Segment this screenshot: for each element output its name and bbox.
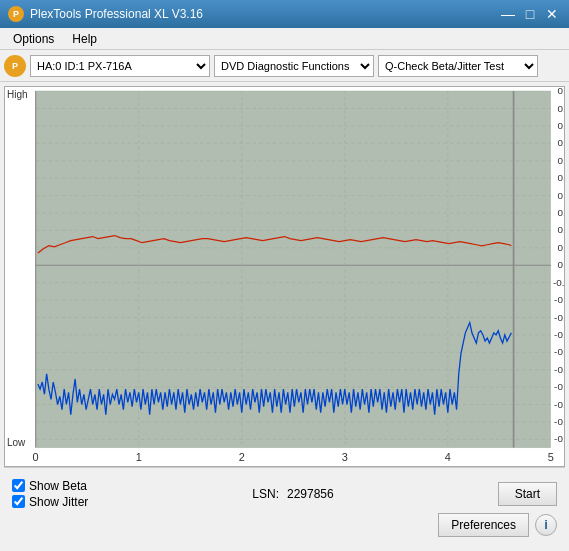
svg-text:-0.35: -0.35: [554, 382, 564, 393]
svg-text:0.05: 0.05: [557, 242, 564, 253]
svg-text:4: 4: [445, 451, 451, 463]
show-beta-label[interactable]: Show Beta: [29, 479, 87, 493]
title-controls: — □ ✕: [499, 5, 561, 23]
svg-text:-0.15: -0.15: [554, 312, 564, 323]
minimize-button[interactable]: —: [499, 5, 517, 23]
svg-text:-0.45: -0.45: [554, 416, 564, 427]
svg-text:0: 0: [557, 260, 562, 271]
app-icon: P: [8, 6, 24, 22]
lsn-value: 2297856: [287, 487, 334, 501]
svg-text:0.4: 0.4: [557, 120, 564, 131]
svg-text:-0.3: -0.3: [554, 364, 564, 375]
svg-text:-0.05: -0.05: [553, 277, 564, 288]
bottom-row2: Preferences i: [12, 513, 557, 537]
chart-container: High Low: [4, 86, 565, 467]
svg-text:1: 1: [136, 451, 142, 463]
chart-svg: 0 1 2 3 4 5 0.5 0.45 0.4 0.35 0.3 0.25 0…: [5, 87, 564, 466]
svg-text:-0.25: -0.25: [554, 347, 564, 358]
svg-text:-0.1: -0.1: [554, 294, 564, 305]
toolbar-app-icon[interactable]: P: [4, 55, 26, 77]
bottom-toolbar: Show Beta Show Jitter LSN: 2297856 Start…: [4, 467, 565, 547]
bottom-right-area: Preferences i: [438, 513, 557, 537]
svg-text:-0.4: -0.4: [554, 399, 564, 410]
svg-text:0.3: 0.3: [557, 155, 564, 166]
title-text: PlexTools Professional XL V3.16: [30, 7, 203, 21]
title-bar-left: P PlexTools Professional XL V3.16: [8, 6, 203, 22]
svg-text:-0.5: -0.5: [554, 434, 564, 445]
svg-text:0.15: 0.15: [557, 207, 564, 218]
svg-text:0: 0: [33, 451, 39, 463]
svg-text:0.45: 0.45: [557, 103, 564, 114]
title-bar: P PlexTools Professional XL V3.16 — □ ✕: [0, 0, 569, 28]
toolbar: P HA:0 ID:1 PX-716A DVD Diagnostic Funct…: [0, 50, 569, 82]
svg-text:0.2: 0.2: [557, 190, 564, 201]
lsn-label: LSN:: [252, 487, 279, 501]
bottom-row1: Show Beta Show Jitter LSN: 2297856 Start: [12, 479, 557, 509]
svg-text:-0.2: -0.2: [554, 329, 564, 340]
lsn-area: LSN: 2297856: [252, 487, 333, 501]
show-beta-checkbox[interactable]: [12, 479, 25, 492]
svg-text:0.35: 0.35: [557, 138, 564, 149]
show-jitter-checkbox[interactable]: [12, 495, 25, 508]
menu-item-help[interactable]: Help: [63, 29, 106, 49]
svg-text:3: 3: [342, 451, 348, 463]
svg-text:5: 5: [548, 451, 554, 463]
main-content: High Low: [0, 82, 569, 551]
svg-text:0.25: 0.25: [557, 173, 564, 184]
function-select[interactable]: DVD Diagnostic Functions: [214, 55, 374, 77]
close-button[interactable]: ✕: [543, 5, 561, 23]
svg-text:0.1: 0.1: [557, 225, 564, 236]
svg-text:0.5: 0.5: [557, 87, 564, 96]
show-jitter-row: Show Jitter: [12, 495, 88, 509]
checkboxes-area: Show Beta Show Jitter: [12, 479, 88, 509]
drive-select[interactable]: HA:0 ID:1 PX-716A: [30, 55, 210, 77]
maximize-button[interactable]: □: [521, 5, 539, 23]
start-button[interactable]: Start: [498, 482, 557, 506]
svg-text:2: 2: [239, 451, 245, 463]
info-button[interactable]: i: [535, 514, 557, 536]
show-jitter-label[interactable]: Show Jitter: [29, 495, 88, 509]
menu-item-options[interactable]: Options: [4, 29, 63, 49]
menu-bar: Options Help: [0, 28, 569, 50]
test-select[interactable]: Q-Check Beta/Jitter Test: [378, 55, 538, 77]
show-beta-row: Show Beta: [12, 479, 88, 493]
preferences-button[interactable]: Preferences: [438, 513, 529, 537]
